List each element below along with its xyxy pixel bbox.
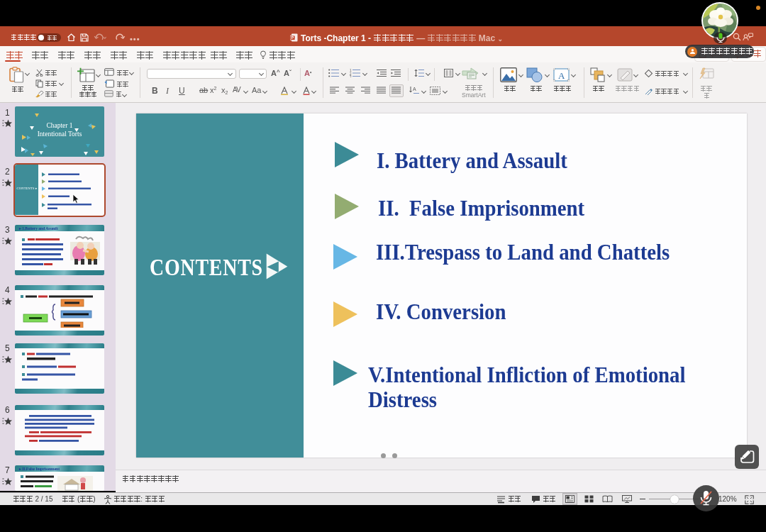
svg-text:3: 3 bbox=[350, 75, 352, 78]
svg-text:A: A bbox=[558, 70, 565, 81]
svg-text:A: A bbox=[413, 87, 416, 92]
svg-text:P: P bbox=[291, 35, 294, 40]
